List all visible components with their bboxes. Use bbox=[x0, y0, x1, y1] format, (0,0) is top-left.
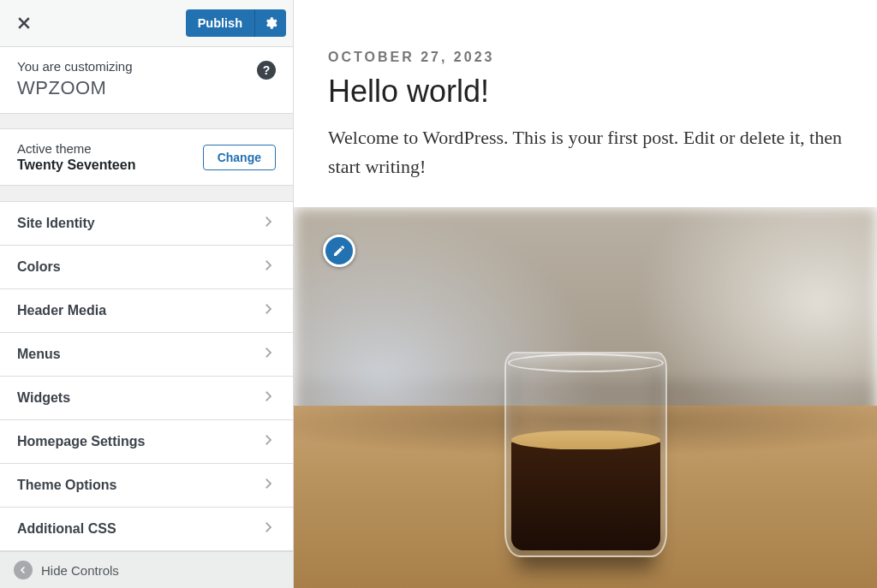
section-label: Homepage Settings bbox=[17, 434, 145, 449]
arrow-left-icon bbox=[14, 561, 33, 579]
chevron-right-icon bbox=[260, 476, 276, 495]
hide-controls-button[interactable]: Hide Controls bbox=[0, 551, 293, 588]
active-theme-block: Active theme Twenty Seventeen Change bbox=[0, 129, 293, 186]
pencil-icon bbox=[332, 244, 346, 258]
sidebar-topbar: Publish bbox=[0, 0, 293, 47]
theme-text: Active theme Twenty Seventeen bbox=[17, 141, 135, 173]
chevron-right-icon bbox=[260, 389, 276, 407]
change-theme-button[interactable]: Change bbox=[203, 145, 276, 170]
header-media-preview bbox=[294, 207, 877, 588]
gear-icon bbox=[264, 16, 277, 30]
section-additional-css[interactable]: Additional CSS bbox=[0, 508, 293, 551]
chevron-right-icon bbox=[260, 345, 276, 364]
section-label: Header Media bbox=[17, 303, 106, 318]
help-icon: ? bbox=[263, 63, 271, 77]
help-button[interactable]: ? bbox=[257, 61, 276, 80]
sections-list: Site Identity Colors Header Media Menus … bbox=[0, 201, 293, 551]
close-icon bbox=[15, 15, 33, 32]
sidebar-gap bbox=[0, 114, 293, 129]
chevron-right-icon bbox=[260, 214, 276, 233]
section-colors[interactable]: Colors bbox=[0, 246, 293, 289]
section-label: Site Identity bbox=[17, 216, 95, 231]
chevron-right-icon bbox=[260, 432, 276, 451]
section-site-identity[interactable]: Site Identity bbox=[0, 202, 293, 246]
chevron-right-icon bbox=[260, 258, 276, 276]
customizer-sidebar: Publish You are customizing WPZOOM ? Act… bbox=[0, 0, 294, 588]
chevron-right-icon bbox=[260, 301, 276, 320]
header-image-subject bbox=[504, 352, 667, 557]
hide-controls-label: Hide Controls bbox=[41, 563, 119, 578]
section-theme-options[interactable]: Theme Options bbox=[0, 464, 293, 508]
section-label: Theme Options bbox=[17, 478, 116, 493]
section-label: Additional CSS bbox=[17, 521, 116, 537]
preview-pane: OCTOBER 27, 2023 Hello world! Welcome to… bbox=[294, 0, 877, 588]
post-title[interactable]: Hello world! bbox=[328, 74, 843, 110]
section-homepage-settings[interactable]: Homepage Settings bbox=[0, 420, 293, 464]
publish-settings-button[interactable] bbox=[254, 9, 286, 37]
customizer-app: Publish You are customizing WPZOOM ? Act… bbox=[0, 0, 877, 588]
section-widgets[interactable]: Widgets bbox=[0, 377, 293, 420]
post-body: Welcome to WordPress. This is your first… bbox=[328, 123, 843, 181]
active-theme-name: Twenty Seventeen bbox=[17, 157, 135, 173]
close-button[interactable] bbox=[7, 9, 41, 38]
section-menus[interactable]: Menus bbox=[0, 333, 293, 377]
active-theme-eyebrow: Active theme bbox=[17, 141, 135, 156]
publish-group: Publish bbox=[186, 9, 286, 37]
publish-button[interactable]: Publish bbox=[186, 9, 254, 37]
post-date: OCTOBER 27, 2023 bbox=[328, 50, 843, 65]
edit-shortcut-button[interactable] bbox=[323, 235, 355, 267]
context-eyebrow: You are customizing bbox=[17, 59, 276, 74]
context-block: You are customizing WPZOOM ? bbox=[0, 47, 293, 114]
chevron-right-icon bbox=[260, 520, 276, 538]
section-label: Colors bbox=[17, 259, 61, 275]
site-title: WPZOOM bbox=[17, 77, 276, 99]
post-area: OCTOBER 27, 2023 Hello world! Welcome to… bbox=[294, 0, 877, 207]
section-label: Menus bbox=[17, 347, 61, 362]
section-label: Widgets bbox=[17, 390, 70, 406]
section-header-media[interactable]: Header Media bbox=[0, 289, 293, 333]
